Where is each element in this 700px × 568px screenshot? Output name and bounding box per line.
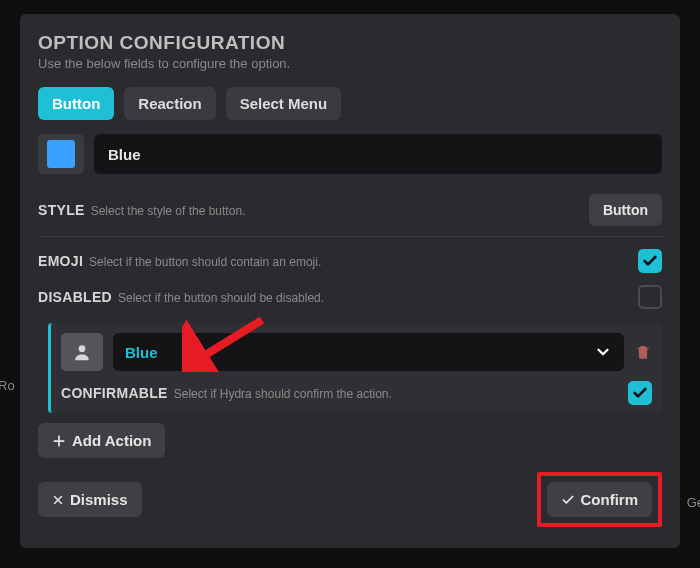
dismiss-button[interactable]: Dismiss xyxy=(38,482,142,517)
chevron-down-icon xyxy=(594,343,612,361)
confirmable-label: CONFIRMABLE xyxy=(61,385,168,401)
label-input[interactable] xyxy=(94,134,662,174)
disabled-checkbox[interactable] xyxy=(638,285,662,309)
confirm-label: Confirm xyxy=(581,491,639,508)
dismiss-label: Dismiss xyxy=(70,491,128,508)
role-dropdown[interactable]: Blue xyxy=(113,333,624,371)
divider xyxy=(38,236,662,237)
tab-button[interactable]: Button xyxy=(38,87,114,120)
bg-text-right: Ge xyxy=(687,495,700,510)
style-label: STYLE xyxy=(38,202,85,218)
style-selector-button[interactable]: Button xyxy=(589,194,662,226)
role-icon-box xyxy=(61,333,103,371)
option-tabs: Button Reaction Select Menu xyxy=(38,87,662,120)
check-icon xyxy=(561,493,575,507)
check-icon xyxy=(642,253,658,269)
tab-reaction[interactable]: Reaction xyxy=(124,87,215,120)
bg-text-left: Ro xyxy=(0,378,15,393)
tab-select-menu[interactable]: Select Menu xyxy=(226,87,342,120)
close-icon xyxy=(52,494,64,506)
color-swatch-box[interactable] xyxy=(38,134,84,174)
delete-icon[interactable] xyxy=(634,342,652,362)
emoji-label: EMOJI xyxy=(38,253,83,269)
disabled-hint: Select if the button should be disabled. xyxy=(118,291,324,305)
add-action-button[interactable]: Add Action xyxy=(38,423,165,458)
color-swatch xyxy=(47,140,75,168)
role-dropdown-value: Blue xyxy=(125,344,158,361)
confirmable-hint: Select if Hydra should confirm the actio… xyxy=(174,387,392,401)
confirm-highlight-box: Confirm xyxy=(537,472,663,527)
svg-point-0 xyxy=(79,345,86,352)
emoji-checkbox[interactable] xyxy=(638,249,662,273)
option-configuration-panel: OPTION CONFIGURATION Use the below field… xyxy=(20,14,680,548)
panel-title: OPTION CONFIGURATION xyxy=(38,32,662,54)
add-action-label: Add Action xyxy=(72,432,151,449)
confirmable-checkbox[interactable] xyxy=(628,381,652,405)
confirm-button[interactable]: Confirm xyxy=(547,482,653,517)
panel-subtitle: Use the below fields to configure the op… xyxy=(38,56,662,71)
plus-icon xyxy=(52,434,66,448)
style-hint: Select the style of the button. xyxy=(91,204,246,218)
user-icon xyxy=(72,342,92,362)
role-config-block: Blue CONFIRMABLE Select if Hydra should … xyxy=(48,323,662,413)
disabled-label: DISABLED xyxy=(38,289,112,305)
emoji-hint: Select if the button should contain an e… xyxy=(89,255,321,269)
check-icon xyxy=(632,385,648,401)
